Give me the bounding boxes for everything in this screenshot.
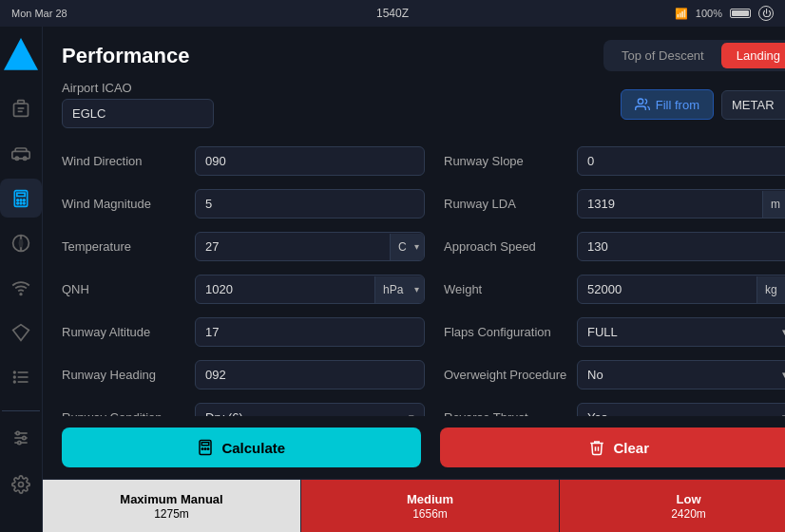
qnh-input-group: hPa inHg — [195, 275, 425, 304]
stat-max-manual-value: 1275m — [154, 507, 189, 521]
flaps-config-dropdown: FULL FLAPS 3 — [577, 317, 785, 347]
svg-point-24 — [14, 376, 16, 378]
flaps-config-row: Flaps Configuration FULL FLAPS 3 — [444, 311, 785, 353]
stat-medium-value: 1656m — [412, 507, 448, 521]
wind-direction-row: Wind Direction — [62, 140, 425, 182]
svg-point-11 — [24, 199, 26, 200]
qnh-unit-select[interactable]: hPa inHg — [374, 276, 424, 303]
fill-from-button[interactable]: Fill from — [621, 89, 714, 120]
overweight-proc-label: Overweight Procedure — [444, 368, 567, 382]
fill-from-label: Fill from — [656, 98, 699, 112]
runway-altitude-label: Runway Altitude — [62, 325, 185, 339]
clear-label: Clear — [613, 440, 649, 456]
runway-heading-label: Runway Heading — [62, 368, 185, 382]
titlebar-date: Mon Mar 28 — [11, 8, 67, 19]
clear-button[interactable]: Clear — [440, 428, 786, 467]
reverse-thrust-row: Reverse Thrust Yes No — [444, 396, 785, 416]
stat-max-manual: Maximum Manual 1275m — [43, 480, 301, 532]
runway-heading-input[interactable] — [195, 360, 425, 390]
fill-row: Fill from METAR — [621, 89, 785, 120]
weight-unit-select[interactable]: kg lbs — [756, 276, 785, 303]
wind-direction-label: Wind Direction — [62, 154, 185, 168]
airport-icao-input[interactable] — [62, 99, 214, 128]
runway-altitude-input[interactable] — [195, 317, 425, 347]
runway-slope-input[interactable] — [577, 146, 785, 176]
stat-max-manual-label: Maximum Manual — [120, 492, 222, 506]
temperature-unit-select[interactable]: C F — [390, 234, 424, 260]
runway-lda-input[interactable] — [578, 190, 762, 218]
titlebar-controls: 📶 100% ⏻ — [675, 6, 774, 21]
form-col-right: Runway Slope Runway LDA m ft — [444, 140, 785, 416]
sidebar-item-calculator[interactable] — [0, 179, 42, 218]
sidebar-item-vehicle[interactable] — [0, 134, 42, 173]
runway-lda-label: Runway LDA — [444, 197, 567, 211]
flaps-config-label: Flaps Configuration — [444, 325, 567, 339]
wifi-icon: 📶 — [675, 8, 688, 20]
svg-point-33 — [638, 99, 642, 104]
wind-magnitude-input[interactable] — [195, 189, 425, 218]
calculate-label: Calculate — [221, 440, 285, 456]
action-row: Calculate Clear — [43, 416, 785, 479]
approach-speed-row: Approach Speed — [444, 225, 785, 268]
form-col-left: Wind Direction Wind Magnitude Temperatur… — [62, 140, 425, 416]
metar-select[interactable]: METAR — [721, 90, 785, 120]
calculate-button[interactable]: Calculate — [62, 428, 421, 467]
overweight-proc-row: Overweight Procedure No Yes — [444, 353, 785, 396]
flaps-config-select[interactable]: FULL FLAPS 3 — [578, 318, 785, 346]
sidebar-item-list[interactable] — [0, 358, 42, 397]
sidebar-item-settings[interactable] — [0, 464, 42, 505]
battery-pct: 100% — [696, 8, 722, 19]
svg-rect-1 — [14, 104, 29, 116]
wind-magnitude-label: Wind Magnitude — [62, 197, 185, 211]
qnh-unit-wrapper: hPa inHg — [374, 276, 424, 303]
svg-point-37 — [205, 448, 207, 450]
svg-rect-8 — [17, 193, 25, 196]
temperature-input-group: C F — [195, 232, 425, 261]
tab-top-of-descent[interactable]: Top of Descent — [606, 43, 719, 68]
reverse-thrust-select[interactable]: Yes No — [578, 404, 785, 416]
overweight-proc-select[interactable]: No Yes — [578, 361, 785, 389]
weight-unit-wrapper: kg lbs — [756, 276, 785, 303]
page-title: Performance — [62, 44, 190, 68]
svg-point-38 — [208, 448, 210, 450]
sidebar-item-sliders[interactable] — [0, 419, 42, 458]
sidebar-item-diamond[interactable] — [0, 314, 42, 352]
runway-altitude-row: Runway Altitude — [62, 311, 425, 353]
sidebar-divider — [2, 410, 40, 411]
stat-low-label: Low — [677, 492, 701, 506]
icao-row: Airport ICAO Fill from METAR — [43, 81, 785, 140]
runway-condition-dropdown: Dry (6) Wet (4) Contaminated — [195, 403, 425, 416]
runway-slope-label: Runway Slope — [444, 154, 567, 168]
tab-landing[interactable]: Landing — [721, 43, 785, 68]
runway-lda-unit-wrapper: m ft — [762, 191, 785, 218]
svg-point-32 — [19, 483, 24, 487]
runway-condition-select[interactable]: Dry (6) Wet (4) Contaminated — [196, 404, 424, 416]
qnh-label: QNH — [62, 282, 185, 296]
reverse-thrust-dropdown: Yes No — [577, 403, 785, 416]
sidebar-item-radio[interactable] — [0, 268, 42, 307]
sidebar-item-compass[interactable] — [0, 223, 42, 262]
svg-point-10 — [20, 199, 22, 200]
temperature-input[interactable] — [196, 233, 390, 260]
titlebar: Mon Mar 28 1540Z 📶 100% ⏻ — [0, 0, 785, 27]
qnh-input[interactable] — [196, 276, 374, 303]
svg-rect-4 — [12, 152, 29, 160]
runway-lda-unit-select[interactable]: m ft — [762, 191, 785, 218]
sidebar-item-clipboard[interactable] — [0, 89, 42, 128]
form-grid: Wind Direction Wind Magnitude Temperatur… — [43, 140, 785, 416]
wind-magnitude-row: Wind Magnitude — [62, 182, 425, 225]
bottom-stats: Maximum Manual 1275m Medium 1656m Low 24… — [43, 479, 785, 532]
temperature-unit-wrapper: C F — [390, 234, 424, 260]
wind-direction-input[interactable] — [195, 146, 425, 176]
approach-speed-input[interactable] — [577, 232, 785, 261]
icao-label: Airport ICAO — [62, 81, 214, 95]
svg-point-31 — [18, 442, 21, 445]
runway-heading-row: Runway Heading — [62, 353, 425, 396]
svg-point-14 — [24, 202, 26, 204]
power-button[interactable]: ⏻ — [758, 6, 774, 21]
header: Performance Top of Descent Landing — [43, 27, 785, 81]
weight-input[interactable] — [578, 276, 756, 303]
runway-lda-input-group: m ft — [577, 189, 785, 218]
svg-point-36 — [202, 448, 204, 450]
overweight-proc-dropdown: No Yes — [577, 360, 785, 390]
